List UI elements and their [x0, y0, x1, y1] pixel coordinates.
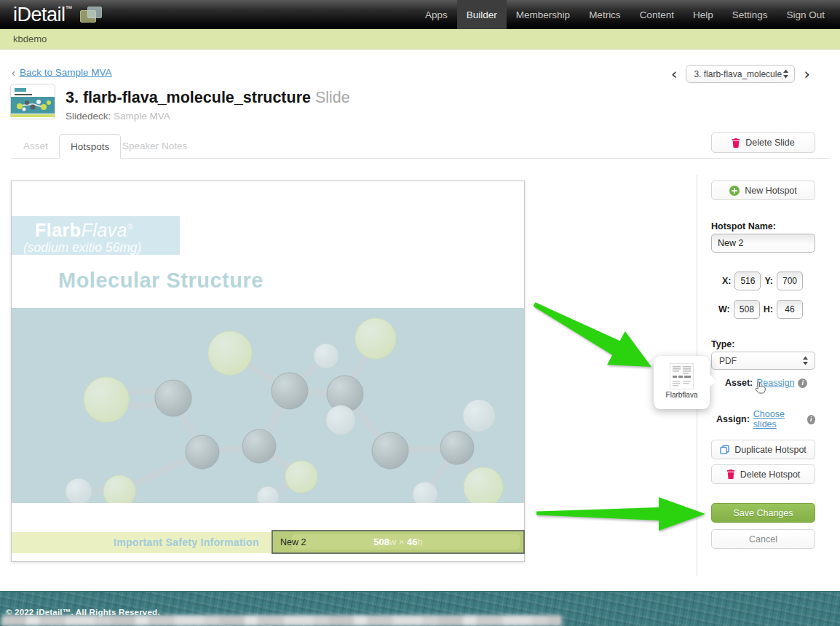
xy-row: X: Y:: [711, 272, 803, 290]
asset-label: Asset:: [725, 378, 753, 388]
account-bar: kbdemo: [0, 29, 840, 49]
nav-item-content[interactable]: Content: [630, 0, 684, 29]
green-arrow-to-save: [534, 496, 708, 533]
top-navbar: iDetail ™ Apps Builder Membership Metric…: [0, 0, 840, 29]
slide-heading: Molecular Structure: [58, 269, 264, 293]
trash-icon: [726, 470, 735, 479]
slide-header: 3. flarb-flava_molecule_structure Slide …: [66, 89, 350, 122]
nav-item-signout[interactable]: Sign Out: [777, 0, 834, 29]
slide-pager: ‹ 3. flarb-flava_molecule_s ›: [671, 65, 810, 83]
delete-slide-label: Delete Slide: [745, 138, 794, 148]
y-input[interactable]: [777, 272, 803, 290]
x-input[interactable]: [734, 272, 761, 290]
hand-cursor-icon: [754, 381, 766, 395]
assign-row: Assign: Choose slides i: [711, 409, 815, 429]
tab-asset[interactable]: Asset: [23, 140, 48, 151]
type-label: Type:: [711, 339, 815, 349]
select-updown-icon: [782, 69, 789, 79]
pdf-asset-thumbnail: [670, 363, 694, 389]
nav-item-apps[interactable]: Apps: [416, 0, 457, 29]
duplicate-hotspot-button[interactable]: Duplicate Hotspot: [711, 440, 815, 459]
wh-row: W: H:: [711, 300, 803, 319]
assign-label: Assign:: [716, 414, 750, 424]
plus-icon: [729, 186, 740, 196]
nav-item-metrics[interactable]: Metrics: [579, 0, 630, 29]
hotspot-name-input[interactable]: [711, 234, 815, 253]
w-input[interactable]: [734, 300, 760, 319]
nav-item-help[interactable]: Help: [684, 0, 723, 29]
slides-stack-icon: [79, 5, 103, 24]
isi-label: Important Safety Information: [114, 536, 259, 548]
nav-item-settings[interactable]: Settings: [723, 0, 777, 29]
green-arrow-to-asset: [529, 299, 657, 372]
molecule-image: [12, 308, 524, 503]
back-row: ‹ Back to Sample MVA: [12, 66, 112, 79]
new-hotspot-button[interactable]: New Hotspot: [711, 181, 815, 200]
thumbnail-brand-chip: [15, 88, 26, 92]
save-changes-button[interactable]: Save Changes: [711, 503, 815, 523]
page-title: 3. flarb-flava_molecule_structure Slide: [66, 89, 350, 107]
thumbnail-isi-strip: [11, 114, 55, 117]
blurred-bookmarks-bar: [1, 615, 562, 626]
popover-tail: [710, 375, 716, 387]
cancel-button[interactable]: Cancel: [711, 529, 815, 549]
slidedeck-line: Slidedeck: Sample MVA: [66, 111, 350, 122]
type-select-value: PDF: [719, 356, 802, 366]
assign-info-icon[interactable]: i: [807, 415, 815, 424]
tab-bar: Asset Hotspots Speaker Notes: [11, 134, 830, 159]
page-footer: © 2022 iDetail™. All Rights Reserved.: [0, 591, 840, 626]
builder-page: iDetail ™ Apps Builder Membership Metric…: [0, 0, 840, 626]
navbar-menu: Apps Builder Membership Metrics Content …: [416, 0, 834, 29]
slide-select-value: 3. flarb-flava_molecule_s: [694, 69, 782, 79]
nav-item-builder[interactable]: Builder: [457, 0, 507, 29]
tab-speaker-notes[interactable]: Speaker Notes: [122, 140, 187, 151]
y-label: Y:: [764, 276, 773, 286]
app-logo[interactable]: iDetail ™: [13, 2, 103, 27]
h-label: H:: [764, 304, 773, 314]
assign-choose-slides-link[interactable]: Choose slides: [753, 409, 804, 429]
asset-popover: Flarbflava: [654, 356, 710, 409]
back-chevron-icon: ‹: [12, 66, 15, 79]
tab-hotspots[interactable]: Hotspots: [59, 134, 121, 159]
trash-icon: [732, 138, 740, 148]
asset-info-icon[interactable]: i: [798, 379, 807, 388]
hotspot-overlay[interactable]: New 2 508w × 46h: [272, 530, 525, 554]
x-label: X:: [722, 276, 732, 286]
slide-select[interactable]: 3. flarb-flava_molecule_s: [686, 65, 795, 83]
next-slide-icon[interactable]: ›: [804, 66, 809, 83]
asset-name: Flarbflava: [654, 391, 710, 399]
app-logo-tm: ™: [66, 4, 73, 12]
type-select[interactable]: PDF: [711, 352, 815, 370]
nav-item-membership[interactable]: Membership: [507, 0, 579, 29]
delete-slide-button[interactable]: Delete Slide: [711, 132, 815, 153]
brand-name: FlarbFlava®: [35, 220, 133, 241]
hotspot-panel: New Hotspot Hotspot Name: X: Y: W: H: Ty…: [711, 181, 815, 568]
hotspot-overlay-dimensions: 508w × 46h: [273, 536, 523, 547]
select-updown-icon: [802, 356, 809, 365]
delete-hotspot-button[interactable]: Delete Hotspot: [711, 464, 815, 484]
slide-title: 3. flarb-flava_molecule_structure: [66, 89, 311, 106]
thumbnail-molecule-band: [11, 97, 55, 114]
duplicate-icon: [720, 445, 729, 454]
thumbnail-title-line: [15, 94, 32, 95]
brand-subtitle: (sodium exitio 56mg): [23, 240, 141, 255]
prev-slide-icon[interactable]: ‹: [671, 66, 677, 83]
app-logo-text: iDetail: [13, 2, 66, 27]
brand-banner: FlarbFlava® (sodium exitio 56mg): [12, 216, 180, 255]
back-link[interactable]: Back to Sample MVA: [20, 67, 112, 78]
slide-thumbnail: [10, 84, 55, 119]
h-input[interactable]: [777, 300, 803, 319]
slide-preview-canvas[interactable]: FlarbFlava® (sodium exitio 56mg) Molecul…: [11, 181, 525, 562]
hotspot-name-label: Hotspot Name:: [711, 221, 815, 231]
w-label: W:: [718, 304, 730, 314]
slide-title-suffix: Slide: [311, 89, 350, 106]
